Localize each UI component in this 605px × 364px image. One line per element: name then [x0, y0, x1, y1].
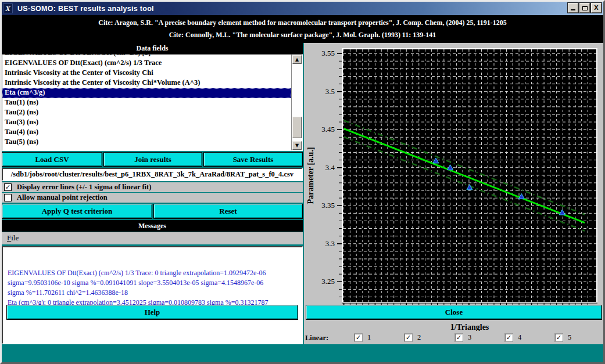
citation-bar: Cite: Aragon, S.R. "A precise boundary e… [2, 15, 603, 43]
linear-curve-5-checkbox[interactable]: ✓5 [555, 333, 571, 342]
plot-panel: 3.253.33.353.43.453.53.5505e-050.00010.0… [304, 43, 603, 344]
csv-path-field[interactable]: /sdb1/jobs/root/cluster/results/best_p6_… [2, 168, 303, 181]
data-fields-header: Data fields [2, 43, 303, 54]
list-item[interactable]: Intrinsic Viscosity at the Center of Vis… [2, 69, 291, 78]
maximize-button[interactable] [579, 3, 590, 13]
data-fields-list[interactable]: EIGENVALUES OF Dtt TENSOR (cm^2/s) [3]EI… [2, 54, 303, 151]
linear-curve-4-checkbox[interactable]: ✓4 [505, 333, 521, 342]
list-item[interactable]: Tau(3) (ns) [2, 118, 291, 128]
checkbox-icon[interactable]: ✓ [355, 334, 362, 341]
scrollbar-thumb[interactable] [292, 117, 302, 138]
y-axis-tick-label: 3.5 [325, 87, 335, 96]
list-item[interactable]: Tau(4) (ns) [2, 128, 291, 138]
y-axis-tick-label: 3.4 [325, 163, 335, 172]
list-item[interactable]: Intrinsic Viscosity at the Center of Vis… [2, 78, 291, 88]
messages-menubar: File [2, 232, 303, 244]
list-item[interactable]: Tau(2) (ns) [2, 108, 291, 118]
save-results-button[interactable]: Save Results [203, 152, 303, 167]
app-window: X US-SOMO: BEST results analysis tool X … [0, 0, 605, 364]
y-axis-tick-label: 3.45 [321, 125, 335, 134]
parameter-vs-inverse-triangles-plot[interactable]: 3.253.33.353.43.453.53.5505e-050.00010.0… [304, 43, 603, 331]
close-button[interactable]: X [591, 3, 602, 13]
list-item[interactable]: Tau(1) (ns) [2, 98, 291, 108]
checkbox-icon[interactable]: ✓ [455, 334, 463, 341]
help-button[interactable]: Help [6, 305, 298, 320]
message-line: EIGENVALUES OF Dtt(Exact) (cm^2/s) 1/3 T… [8, 268, 302, 278]
allow-point-rejection-row[interactable]: Allow manual point rejection [2, 193, 303, 203]
minimize-button[interactable] [568, 3, 578, 13]
checkbox-icon[interactable]: ✓ [404, 334, 412, 341]
window-title: US-SOMO: BEST results analysis tool [17, 5, 154, 13]
y-axis-tick-label: 3.25 [321, 277, 335, 286]
y-axis-title: Parameter [a.u.] [306, 147, 315, 204]
y-axis-tick-label: 3.3 [325, 239, 335, 248]
close-dialog-button[interactable]: Close [306, 305, 602, 320]
linear-checkbox-row: Linear: ✓1✓2✓3✓4✓5 [304, 333, 603, 344]
allow-point-rejection-label: Allow manual point rejection [17, 193, 108, 202]
citation-line: Cite: Connolly, M.L. "The molecular surf… [169, 31, 436, 39]
join-results-button[interactable]: Join results [103, 152, 202, 167]
close-icon: X [592, 3, 601, 12]
x-axis-title: 1/Triangles [450, 323, 489, 331]
list-item[interactable]: EIGENVALUES OF Dtt TENSOR (cm^2/s) [3] [2, 54, 291, 59]
title-bar[interactable]: X US-SOMO: BEST results analysis tool X [2, 2, 603, 15]
linear-curve-number: 5 [568, 333, 571, 342]
linear-curve-3-checkbox[interactable]: ✓3 [455, 333, 471, 342]
x11-app-icon: X [3, 3, 13, 13]
reset-button[interactable]: Reset [153, 204, 303, 219]
display-error-lines-checkbox[interactable]: ✓ [4, 183, 12, 191]
linear-curve-number: 4 [518, 333, 521, 342]
citation-line: Cite: Aragon, S.R. "A precise boundary e… [98, 19, 506, 27]
data-fields-scrollbar[interactable]: ▲ ▼ [291, 55, 302, 150]
scroll-down-icon[interactable]: ▼ [292, 141, 302, 150]
apply-q-test-button[interactable]: Apply Q test criterion [2, 204, 152, 219]
data-fields-list-viewport: EIGENVALUES OF Dtt TENSOR (cm^2/s) [3]EI… [2, 54, 291, 147]
maximize-icon [582, 6, 588, 10]
message-line: sigma %=11.702611 chi^2=1.4636388e-18 [8, 288, 302, 298]
y-axis-tick-label: 3.55 [321, 49, 335, 57]
allow-point-rejection-checkbox[interactable] [4, 194, 12, 201]
message-line: sigma=9.9503106e-10 sigma %=0.091041091 … [8, 278, 302, 288]
load-csv-button[interactable]: Load CSV [2, 152, 102, 167]
y-axis-tick-label: 3.35 [321, 201, 335, 210]
display-error-lines-label: Display error lines (+/- 1 sigma of line… [17, 183, 151, 192]
messages-header: Messages [2, 220, 303, 232]
display-error-lines-row[interactable]: ✓ Display error lines (+/- 1 sigma of li… [2, 182, 303, 192]
linear-curve-number: 3 [468, 333, 471, 342]
plot-canvas[interactable] [343, 49, 596, 302]
checkbox-icon[interactable]: ✓ [505, 334, 513, 341]
scroll-up-icon[interactable]: ▲ [292, 55, 302, 64]
minimize-icon [571, 9, 575, 10]
list-item[interactable]: EIGENVALUES OF Dtt(Exact) (cm^2/s) 1/3 T… [2, 59, 291, 69]
linear-curve-number: 1 [367, 333, 371, 342]
linear-curve-1-checkbox[interactable]: ✓1 [355, 333, 371, 342]
left-panel: Data fields EIGENVALUES OF Dtt TENSOR (c… [2, 43, 303, 344]
list-item[interactable]: Eta (cm^3/g) [2, 88, 291, 98]
list-item[interactable]: Tau(5) (ns) [2, 138, 291, 147]
linear-curve-number: 2 [417, 333, 421, 342]
linear-curve-2-checkbox[interactable]: ✓2 [404, 333, 421, 342]
messages-text-area[interactable]: EIGENVALUES OF Dtt(Exact) (cm^2/s) 1/3 T… [2, 246, 303, 344]
checkbox-icon[interactable]: ✓ [555, 334, 563, 341]
file-menu[interactable]: File [7, 233, 19, 243]
linear-label: Linear: [305, 334, 328, 343]
